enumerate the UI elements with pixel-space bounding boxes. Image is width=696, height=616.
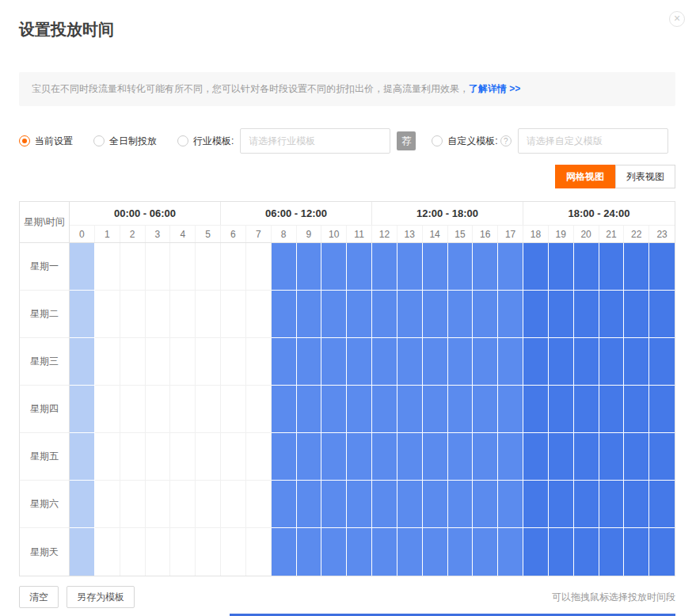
hour-cell-mid[interactable] xyxy=(498,481,523,528)
hour-cell-mid[interactable] xyxy=(347,338,372,386)
hour-cell-mid[interactable] xyxy=(372,291,397,338)
hour-cell-light[interactable] xyxy=(70,433,95,481)
hour-cell-dark[interactable] xyxy=(574,433,599,481)
hour-cell-dark[interactable] xyxy=(599,243,625,291)
hour-cell-mid[interactable] xyxy=(448,433,474,481)
hour-cell-light[interactable] xyxy=(70,291,95,338)
hour-cell-dark[interactable] xyxy=(549,386,574,433)
hour-cell-dark[interactable] xyxy=(649,338,675,386)
save-as-template-button[interactable]: 另存为模板 xyxy=(67,586,135,608)
hour-cell-empty[interactable] xyxy=(170,291,196,338)
hour-cell-mid[interactable] xyxy=(321,291,347,338)
hour-cell-mid[interactable] xyxy=(321,433,347,481)
hour-cell-mid[interactable] xyxy=(498,433,523,481)
hour-cell-mid[interactable] xyxy=(347,433,372,481)
hour-cell-mid[interactable] xyxy=(448,243,474,291)
hour-cell-mid[interactable] xyxy=(498,386,523,433)
hour-cell-dark[interactable] xyxy=(624,291,649,338)
hour-cell-empty[interactable] xyxy=(95,433,120,481)
hour-cell-dark[interactable] xyxy=(523,338,549,386)
hour-cell-mid[interactable] xyxy=(272,338,297,386)
hour-cell-mid[interactable] xyxy=(347,481,372,528)
hour-cell-dark[interactable] xyxy=(599,338,625,386)
hour-cell-dark[interactable] xyxy=(523,291,549,338)
hour-cell-dark[interactable] xyxy=(624,338,649,386)
hour-cell-empty[interactable] xyxy=(120,243,146,291)
hour-cell-empty[interactable] xyxy=(120,481,146,528)
hour-cell-mid[interactable] xyxy=(473,243,498,291)
hour-cell-mid[interactable] xyxy=(372,386,397,433)
hour-cell-mid[interactable] xyxy=(297,386,322,433)
hour-cell-mid[interactable] xyxy=(423,291,448,338)
hour-cell-mid[interactable] xyxy=(397,481,423,528)
hour-cell-mid[interactable] xyxy=(397,433,423,481)
hour-cell-dark[interactable] xyxy=(523,481,549,528)
hour-cell-empty[interactable] xyxy=(146,291,171,338)
hour-cell-empty[interactable] xyxy=(246,338,272,386)
hour-cell-light[interactable] xyxy=(70,528,95,576)
hour-cell-empty[interactable] xyxy=(221,338,246,386)
hour-cell-mid[interactable] xyxy=(448,291,474,338)
hour-cell-mid[interactable] xyxy=(423,338,448,386)
hour-cell-dark[interactable] xyxy=(649,433,675,481)
hour-cell-empty[interactable] xyxy=(196,433,221,481)
hour-cell-empty[interactable] xyxy=(196,291,221,338)
list-view-button[interactable]: 列表视图 xyxy=(615,165,675,188)
hour-cell-empty[interactable] xyxy=(196,338,221,386)
hour-cell-dark[interactable] xyxy=(599,481,625,528)
hour-cell-mid[interactable] xyxy=(272,386,297,433)
hour-cell-dark[interactable] xyxy=(549,338,574,386)
hour-cell-empty[interactable] xyxy=(146,386,171,433)
hour-cell-mid[interactable] xyxy=(423,528,448,576)
hour-cell-mid[interactable] xyxy=(372,481,397,528)
hour-cell-empty[interactable] xyxy=(120,386,146,433)
hour-cell-mid[interactable] xyxy=(347,528,372,576)
hour-cell-mid[interactable] xyxy=(473,481,498,528)
hour-cell-mid[interactable] xyxy=(498,243,523,291)
hour-cell-empty[interactable] xyxy=(170,481,196,528)
hour-cell-empty[interactable] xyxy=(146,243,171,291)
hour-cell-mid[interactable] xyxy=(448,481,474,528)
close-icon[interactable]: × xyxy=(669,11,685,27)
hour-cell-mid[interactable] xyxy=(297,481,322,528)
hour-cell-mid[interactable] xyxy=(423,481,448,528)
hour-cell-mid[interactable] xyxy=(272,243,297,291)
hour-cell-mid[interactable] xyxy=(372,338,397,386)
hour-cell-dark[interactable] xyxy=(574,481,599,528)
hour-cell-mid[interactable] xyxy=(297,338,322,386)
hour-cell-mid[interactable] xyxy=(473,291,498,338)
hour-cell-empty[interactable] xyxy=(146,338,171,386)
hour-cell-dark[interactable] xyxy=(599,386,625,433)
hour-cell-empty[interactable] xyxy=(120,338,146,386)
hour-cell-mid[interactable] xyxy=(297,243,322,291)
hour-cell-empty[interactable] xyxy=(95,291,120,338)
hour-cell-light[interactable] xyxy=(70,338,95,386)
hour-cell-mid[interactable] xyxy=(272,528,297,576)
radio-current-setting[interactable]: 当前设置 xyxy=(19,135,73,148)
hour-cell-mid[interactable] xyxy=(498,528,523,576)
hour-cell-dark[interactable] xyxy=(574,528,599,576)
hour-cell-dark[interactable] xyxy=(549,243,574,291)
hour-cell-dark[interactable] xyxy=(574,291,599,338)
grid-view-button[interactable]: 网格视图 xyxy=(555,165,615,188)
hour-cell-empty[interactable] xyxy=(221,386,246,433)
help-icon[interactable]: ? xyxy=(500,135,512,146)
hour-cell-mid[interactable] xyxy=(423,433,448,481)
hour-cell-dark[interactable] xyxy=(523,243,549,291)
hour-cell-empty[interactable] xyxy=(95,481,120,528)
hour-cell-empty[interactable] xyxy=(95,386,120,433)
hour-cell-empty[interactable] xyxy=(170,433,196,481)
hour-cell-light[interactable] xyxy=(70,243,95,291)
hour-cell-dark[interactable] xyxy=(549,433,574,481)
hour-cell-mid[interactable] xyxy=(372,528,397,576)
hour-cell-empty[interactable] xyxy=(196,243,221,291)
hour-cell-dark[interactable] xyxy=(624,433,649,481)
hour-cell-empty[interactable] xyxy=(196,386,221,433)
hour-cell-dark[interactable] xyxy=(599,291,625,338)
hour-cell-empty[interactable] xyxy=(246,291,272,338)
recommend-badge[interactable]: 荐 xyxy=(397,131,416,150)
hour-cell-mid[interactable] xyxy=(448,386,474,433)
hour-cell-empty[interactable] xyxy=(146,528,171,576)
hour-cell-empty[interactable] xyxy=(246,243,272,291)
industry-template-input[interactable] xyxy=(240,128,390,154)
